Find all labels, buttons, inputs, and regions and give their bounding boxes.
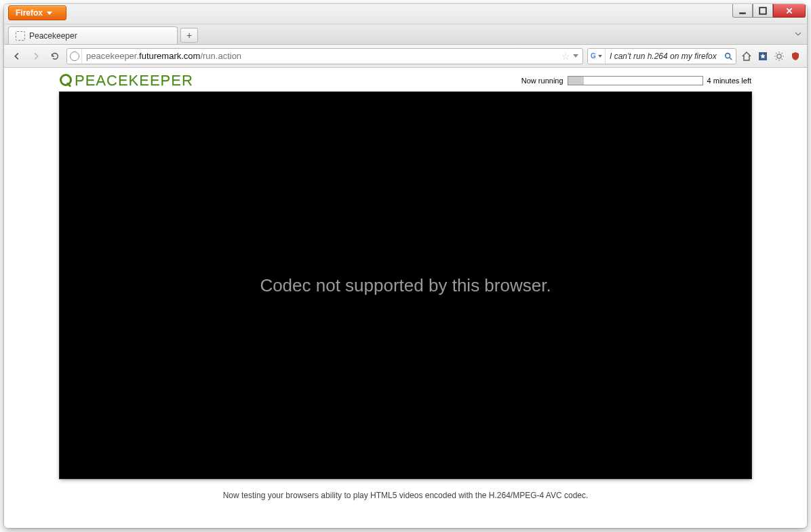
logo-text: PEACEKEEPER bbox=[75, 72, 193, 89]
addon-button-1[interactable] bbox=[773, 50, 785, 62]
browser-window: Firefox Peacekeeper + bbox=[4, 4, 807, 528]
tab-title: Peacekeeper bbox=[29, 31, 77, 41]
shield-icon bbox=[790, 51, 801, 62]
window-controls bbox=[732, 4, 806, 18]
chevron-down-icon bbox=[795, 30, 802, 37]
title-bar: Firefox bbox=[4, 4, 807, 24]
minimize-button[interactable] bbox=[732, 4, 753, 18]
arrow-left-icon bbox=[12, 52, 22, 61]
magnifier-icon bbox=[60, 74, 73, 87]
reload-button[interactable] bbox=[47, 49, 62, 64]
video-test-area: Codec not supported by this browser. bbox=[60, 92, 751, 478]
chevron-down-icon bbox=[47, 12, 52, 15]
page-body: PEACEKEEPER Now running 4 minutes left C… bbox=[60, 68, 751, 514]
content-viewport[interactable]: PEACEKEEPER Now running 4 minutes left C… bbox=[4, 68, 807, 528]
url-domain: futuremark.com bbox=[139, 51, 200, 61]
test-caption: Now testing your browsers ability to pla… bbox=[60, 491, 751, 500]
svg-rect-1 bbox=[759, 7, 766, 14]
favicon-placeholder-icon bbox=[16, 31, 25, 41]
nav-toolbar: peacekeeper.futuremark.com/run.action ☆ … bbox=[4, 45, 807, 68]
svg-rect-0 bbox=[739, 12, 746, 14]
globe-icon bbox=[70, 52, 79, 61]
gear-icon bbox=[774, 51, 785, 62]
toolbar-addon-icons bbox=[740, 50, 802, 62]
search-engine-picker[interactable]: G bbox=[588, 49, 606, 64]
home-button[interactable] bbox=[740, 50, 753, 62]
svg-point-2 bbox=[726, 53, 730, 58]
url-actions: ☆ bbox=[557, 51, 582, 62]
search-go-button[interactable] bbox=[721, 49, 736, 64]
maximize-button[interactable] bbox=[753, 4, 773, 18]
arrow-right-icon bbox=[31, 52, 41, 61]
search-icon bbox=[724, 52, 733, 61]
tab-active[interactable]: Peacekeeper bbox=[8, 26, 178, 44]
peacekeeper-logo: PEACEKEEPER bbox=[60, 72, 193, 89]
url-input[interactable]: peacekeeper.futuremark.com/run.action bbox=[82, 51, 557, 61]
close-icon bbox=[785, 7, 793, 15]
site-identity-button[interactable] bbox=[67, 49, 82, 64]
google-icon: G bbox=[591, 52, 596, 60]
new-tab-button[interactable]: + bbox=[180, 28, 198, 43]
plus-icon: + bbox=[186, 30, 192, 41]
tab-strip: Peacekeeper + bbox=[4, 24, 807, 45]
url-path: /run.action bbox=[200, 51, 241, 61]
firefox-menu-button[interactable]: Firefox bbox=[8, 5, 66, 20]
page-header: PEACEKEEPER Now running 4 minutes left bbox=[60, 70, 751, 92]
status-label: Now running bbox=[521, 77, 563, 85]
url-bar[interactable]: peacekeeper.futuremark.com/run.action ☆ bbox=[66, 48, 583, 64]
bookmarks-menu-button[interactable] bbox=[757, 50, 769, 62]
tabs-overflow-button[interactable] bbox=[795, 28, 802, 40]
forward-button[interactable] bbox=[28, 49, 43, 64]
run-status: Now running 4 minutes left bbox=[521, 76, 751, 85]
chevron-down-icon bbox=[598, 55, 602, 58]
addon-button-2[interactable] bbox=[789, 50, 802, 62]
home-icon bbox=[741, 51, 752, 62]
codec-error-message: Codec not supported by this browser. bbox=[260, 275, 551, 296]
progress-bar bbox=[568, 76, 703, 85]
bookmark-icon bbox=[757, 51, 768, 62]
minimize-icon bbox=[738, 7, 747, 15]
maximize-icon bbox=[759, 7, 767, 15]
status-time: 4 minutes left bbox=[707, 77, 751, 85]
url-prefix: peacekeeper. bbox=[86, 51, 139, 61]
firefox-menu-label: Firefox bbox=[16, 8, 43, 18]
close-button[interactable] bbox=[773, 4, 806, 18]
svg-point-4 bbox=[777, 54, 781, 58]
back-button[interactable] bbox=[9, 49, 24, 64]
chevron-down-icon[interactable] bbox=[573, 54, 578, 58]
search-bar[interactable]: G bbox=[587, 48, 736, 64]
reload-icon bbox=[50, 52, 60, 61]
progress-fill bbox=[568, 77, 585, 85]
bookmark-star-button[interactable]: ☆ bbox=[561, 51, 570, 62]
search-input[interactable] bbox=[606, 52, 721, 61]
